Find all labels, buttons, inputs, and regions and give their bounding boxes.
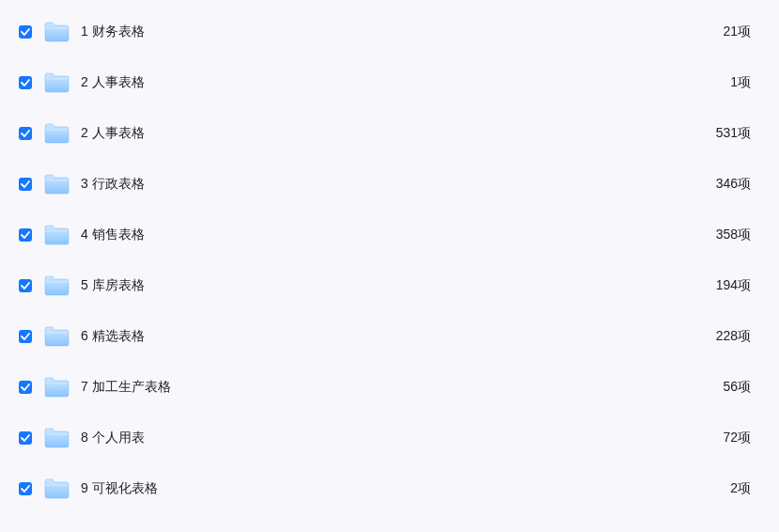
list-item[interactable]: 2 人事表格 1项	[19, 68, 760, 98]
list-item[interactable]: 3 行政表格 346项	[19, 169, 760, 199]
folder-icon	[43, 477, 70, 500]
item-count: 194项	[716, 277, 751, 294]
folder-icon	[43, 274, 70, 297]
folder-label[interactable]: 5 库房表格	[81, 277, 716, 294]
folder-label[interactable]: 3 行政表格	[81, 176, 716, 193]
checkbox[interactable]	[19, 482, 32, 495]
folder-label[interactable]: 9 可视化表格	[81, 480, 730, 497]
list-item[interactable]: 2 人事表格 531项	[19, 118, 760, 149]
item-count: 21项	[723, 23, 751, 40]
item-count: 1项	[730, 74, 751, 91]
folder-icon	[43, 122, 70, 145]
folder-icon	[43, 21, 70, 43]
list-item[interactable]: 9 可视化表格 2项	[19, 474, 760, 504]
folder-label[interactable]: 2 人事表格	[81, 74, 730, 91]
folder-icon	[43, 224, 70, 246]
checkbox[interactable]	[19, 25, 32, 39]
folder-icon	[43, 376, 70, 399]
checkbox[interactable]	[19, 431, 32, 445]
list-item[interactable]: 5 库房表格 194项	[19, 271, 760, 301]
checkbox[interactable]	[19, 279, 32, 292]
item-count: 531项	[716, 125, 751, 142]
folder-label[interactable]: 7 加工生产表格	[81, 379, 723, 396]
checkbox[interactable]	[19, 178, 32, 191]
checkbox[interactable]	[19, 228, 32, 242]
folder-label[interactable]: 8 个人用表	[81, 430, 723, 446]
item-count: 228项	[716, 328, 751, 345]
folder-label[interactable]: 6 精选表格	[81, 328, 716, 345]
folder-label[interactable]: 2 人事表格	[81, 125, 716, 142]
folder-list: 1 财务表格 21项 2 人事表格 1项 2 人事表格 531项 3 行政表格 …	[0, 0, 779, 504]
folder-label[interactable]: 1 财务表格	[81, 23, 723, 40]
list-item[interactable]: 4 销售表格 358项	[19, 220, 760, 250]
folder-icon	[43, 71, 70, 94]
item-count: 72项	[723, 430, 751, 446]
folder-label[interactable]: 4 销售表格	[81, 227, 716, 243]
item-count: 346项	[716, 176, 751, 193]
folder-icon	[43, 427, 70, 449]
checkbox[interactable]	[19, 76, 32, 89]
item-count: 56项	[723, 379, 751, 396]
checkbox[interactable]	[19, 127, 32, 140]
folder-icon	[43, 325, 70, 348]
list-item[interactable]: 8 个人用表 72项	[19, 423, 760, 453]
list-item[interactable]: 7 加工生产表格 56项	[19, 372, 760, 402]
folder-icon	[43, 173, 70, 196]
list-item[interactable]: 1 财务表格 21项	[19, 17, 760, 47]
checkbox[interactable]	[19, 330, 32, 343]
list-item[interactable]: 6 精选表格 228项	[19, 321, 760, 352]
item-count: 358项	[716, 227, 751, 243]
item-count: 2项	[730, 480, 751, 497]
checkbox[interactable]	[19, 381, 32, 394]
